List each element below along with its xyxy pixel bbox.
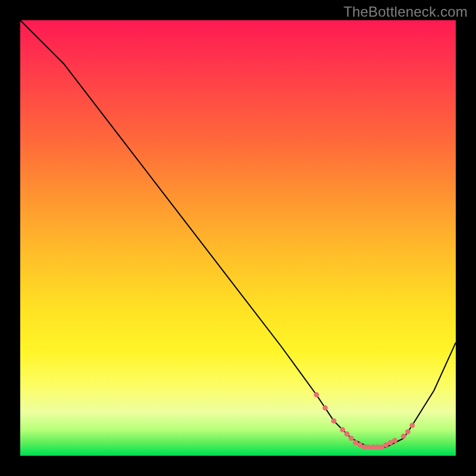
valley-marker <box>392 438 397 443</box>
valley-marker <box>401 434 406 439</box>
curve-layer <box>20 20 456 447</box>
valley-marker <box>314 392 319 397</box>
plot-area <box>20 20 456 456</box>
watermark-text: TheBottleneck.com <box>343 4 468 20</box>
valley-marker <box>340 427 345 433</box>
valley-marker <box>349 436 354 441</box>
curve-path <box>20 20 456 447</box>
marker-layer <box>314 392 415 450</box>
valley-marker <box>345 431 350 437</box>
chart-frame: TheBottleneck.com <box>0 0 476 476</box>
bottleneck-curve <box>20 20 456 456</box>
valley-marker <box>331 418 337 424</box>
valley-marker <box>322 405 328 411</box>
valley-marker <box>409 422 415 428</box>
valley-marker <box>405 429 411 434</box>
